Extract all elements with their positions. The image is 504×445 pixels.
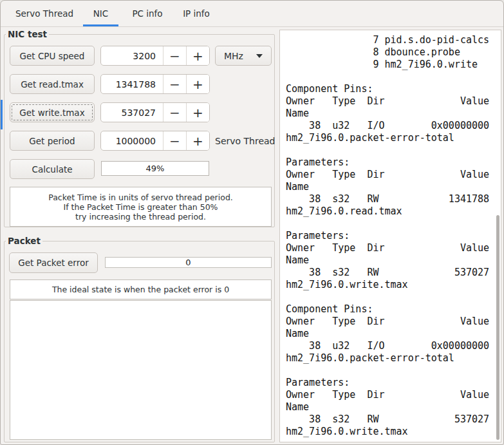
mhz-dropdown[interactable]: MHz [215,46,272,66]
packet-time-progressbar: 49% [101,161,209,176]
write-tmax-spinbox: 537027 − + [100,102,210,122]
tab-servo-thread[interactable]: Servo Thread [7,1,82,26]
nic-test-group-label: NIC test [6,29,49,39]
packet-error-value: 0 [185,258,191,267]
packet-note-text: The ideal state is when the packet error… [52,285,229,294]
minus-icon: − [169,77,180,92]
plus-icon: + [192,48,203,64]
servo-thread-label: Servo Thread [215,131,275,151]
period-decrement-button[interactable]: − [163,131,186,150]
app-window: Servo Thread NIC PC info IP info NIC tes… [0,0,504,445]
packet-empty-output [10,300,272,440]
period-increment-button[interactable]: + [186,131,209,150]
left-edge-accent [1,100,3,129]
tab-bar: Servo Thread NIC PC info IP info [1,1,503,27]
hal-output-text: 7 pid.s.do-pid-calcs 8 dbounce.probe 9 h… [280,30,501,438]
cpu-speed-spinbox: 3200 − + [100,46,210,66]
nic-note-text: Packet Time is in units of servo thread … [48,193,233,222]
nic-note-box: Packet Time is in units of servo thread … [10,187,272,227]
mhz-dropdown-value: MHz [224,51,243,61]
get-cpu-speed-button[interactable]: Get CPU speed [10,46,95,66]
packet-group-label: Packet [6,236,42,246]
tab-nic[interactable]: NIC [83,1,118,26]
hal-scrollbar-thumb[interactable] [496,215,499,440]
tab-ip-info[interactable]: IP info [176,1,217,26]
cpu-speed-increment-button[interactable]: + [186,46,209,65]
read-tmax-value[interactable]: 1341788 [101,75,163,93]
get-write-tmax-button[interactable]: Get write.tmax [10,102,95,122]
minus-icon: − [169,48,180,64]
packet-note-box: The ideal state is when the packet error… [10,279,272,299]
read-tmax-spinbox: 1341788 − + [100,74,210,94]
write-tmax-increment-button[interactable]: + [186,103,209,122]
minus-icon: − [169,133,180,149]
plus-icon: + [192,105,203,120]
read-tmax-decrement-button[interactable]: − [163,75,186,93]
write-tmax-value[interactable]: 537027 [101,103,163,122]
minus-icon: − [169,105,180,120]
get-period-button[interactable]: Get period [10,131,95,151]
progress-label: 49% [146,164,165,173]
period-spinbox: 1000000 − + [100,131,210,151]
get-read-tmax-button[interactable]: Get read.tmax [10,74,95,94]
packet-error-field[interactable]: 0 [105,257,272,268]
write-tmax-decrement-button[interactable]: − [163,103,186,122]
cpu-speed-decrement-button[interactable]: − [163,46,186,65]
cpu-speed-value[interactable]: 3200 [101,46,163,65]
hal-output-panel[interactable]: 7 pid.s.do-pid-calcs 8 dbounce.probe 9 h… [279,30,501,442]
get-packet-error-button[interactable]: Get Packet error [9,252,98,273]
tab-pc-info[interactable]: PC info [125,1,170,26]
plus-icon: + [192,77,203,92]
period-value[interactable]: 1000000 [101,131,163,150]
calculate-button[interactable]: Calculate [10,159,95,179]
plus-icon: + [192,133,203,149]
chevron-down-icon [256,54,263,58]
read-tmax-increment-button[interactable]: + [186,75,209,93]
